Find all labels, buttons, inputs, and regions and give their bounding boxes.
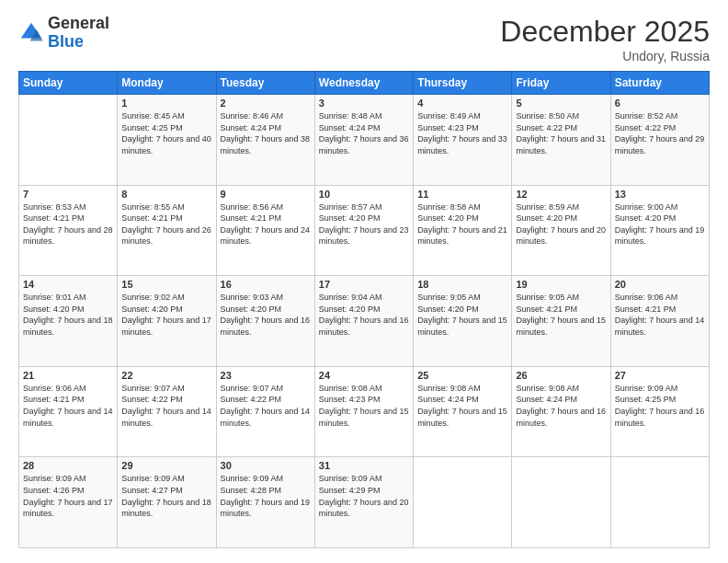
month-title: December 2025 [500,15,710,49]
calendar-cell: 14Sunrise: 9:01 AMSunset: 4:20 PMDayligh… [19,276,118,367]
logo-text: General Blue [48,15,109,52]
calendar-cell: 29Sunrise: 9:09 AMSunset: 4:27 PMDayligh… [118,457,216,548]
calendar-cell: 27Sunrise: 9:09 AMSunset: 4:25 PMDayligh… [610,366,709,457]
header: General Blue December 2025 Undory, Russi… [18,15,710,63]
day-number: 2 [221,98,311,109]
day-number: 27 [615,370,705,381]
calendar-cell: 4Sunrise: 8:49 AMSunset: 4:23 PMDaylight… [414,95,512,186]
cell-info: Sunrise: 9:07 AMSunset: 4:22 PMDaylight:… [121,383,211,429]
cell-info: Sunrise: 9:05 AMSunset: 4:20 PMDaylight:… [417,292,507,338]
cell-info: Sunrise: 9:07 AMSunset: 4:22 PMDaylight:… [221,383,311,429]
col-header-wednesday: Wednesday [314,72,413,95]
calendar-table: SundayMondayTuesdayWednesdayThursdayFrid… [18,71,710,548]
calendar-cell: 2Sunrise: 8:46 AMSunset: 4:24 PMDaylight… [216,95,314,186]
col-header-tuesday: Tuesday [216,72,314,95]
col-header-saturday: Saturday [610,72,709,95]
cell-info: Sunrise: 9:02 AMSunset: 4:20 PMDaylight:… [121,292,211,338]
week-row-4: 28Sunrise: 9:09 AMSunset: 4:26 PMDayligh… [19,457,710,548]
calendar-cell: 24Sunrise: 9:08 AMSunset: 4:23 PMDayligh… [314,366,413,457]
logo-blue: Blue [48,32,84,51]
calendar-cell [512,457,610,548]
calendar-cell: 30Sunrise: 9:09 AMSunset: 4:28 PMDayligh… [216,457,314,548]
cell-info: Sunrise: 9:00 AMSunset: 4:20 PMDaylight:… [615,201,705,247]
col-header-friday: Friday [512,72,610,95]
page: General Blue December 2025 Undory, Russi… [0,0,728,563]
calendar-cell: 12Sunrise: 8:59 AMSunset: 4:20 PMDayligh… [512,185,610,276]
cell-info: Sunrise: 8:48 AMSunset: 4:24 PMDaylight:… [319,110,409,156]
title-block: December 2025 Undory, Russia [500,15,710,63]
calendar-cell: 17Sunrise: 9:04 AMSunset: 4:20 PMDayligh… [314,276,413,367]
day-number: 21 [23,370,113,381]
calendar-cell: 18Sunrise: 9:05 AMSunset: 4:20 PMDayligh… [414,276,512,367]
day-number: 8 [121,189,211,200]
day-number: 9 [221,189,311,200]
calendar-cell: 6Sunrise: 8:52 AMSunset: 4:22 PMDaylight… [610,95,709,186]
cell-info: Sunrise: 9:08 AMSunset: 4:23 PMDaylight:… [319,383,409,429]
col-header-sunday: Sunday [19,72,118,95]
calendar-cell: 31Sunrise: 9:09 AMSunset: 4:29 PMDayligh… [314,457,413,548]
cell-info: Sunrise: 9:04 AMSunset: 4:20 PMDaylight:… [319,292,409,338]
calendar-cell: 8Sunrise: 8:55 AMSunset: 4:21 PMDaylight… [118,185,216,276]
calendar-cell [610,457,709,548]
day-number: 31 [319,460,409,471]
day-number: 5 [516,98,606,109]
cell-info: Sunrise: 9:06 AMSunset: 4:21 PMDaylight:… [23,383,113,429]
cell-info: Sunrise: 9:03 AMSunset: 4:20 PMDaylight:… [221,292,311,338]
day-number: 7 [23,189,113,200]
calendar-cell: 3Sunrise: 8:48 AMSunset: 4:24 PMDaylight… [314,95,413,186]
calendar-cell: 9Sunrise: 8:56 AMSunset: 4:21 PMDaylight… [216,185,314,276]
calendar-cell: 25Sunrise: 9:08 AMSunset: 4:24 PMDayligh… [414,366,512,457]
logo-icon [18,20,44,46]
cell-info: Sunrise: 8:55 AMSunset: 4:21 PMDaylight:… [121,201,211,247]
calendar-cell: 15Sunrise: 9:02 AMSunset: 4:20 PMDayligh… [118,276,216,367]
cell-info: Sunrise: 8:59 AMSunset: 4:20 PMDaylight:… [516,201,606,247]
day-number: 30 [221,460,311,471]
day-number: 20 [615,279,705,290]
day-number: 14 [23,279,113,290]
calendar-cell [19,95,118,186]
calendar-cell: 1Sunrise: 8:45 AMSunset: 4:25 PMDaylight… [118,95,216,186]
day-number: 29 [121,460,211,471]
day-number: 25 [417,370,507,381]
calendar-cell: 20Sunrise: 9:06 AMSunset: 4:21 PMDayligh… [610,276,709,367]
cell-info: Sunrise: 8:53 AMSunset: 4:21 PMDaylight:… [23,201,113,247]
location: Undory, Russia [500,49,710,63]
cell-info: Sunrise: 9:01 AMSunset: 4:20 PMDaylight:… [23,292,113,338]
cell-info: Sunrise: 8:46 AMSunset: 4:24 PMDaylight:… [221,110,311,156]
calendar-cell: 19Sunrise: 9:05 AMSunset: 4:21 PMDayligh… [512,276,610,367]
cell-info: Sunrise: 9:06 AMSunset: 4:21 PMDaylight:… [615,292,705,338]
calendar-cell: 26Sunrise: 9:08 AMSunset: 4:24 PMDayligh… [512,366,610,457]
cell-info: Sunrise: 9:09 AMSunset: 4:26 PMDaylight:… [23,473,113,519]
calendar-cell: 22Sunrise: 9:07 AMSunset: 4:22 PMDayligh… [118,366,216,457]
day-number: 6 [615,98,705,109]
day-number: 4 [417,98,507,109]
col-header-thursday: Thursday [414,72,512,95]
cell-info: Sunrise: 9:05 AMSunset: 4:21 PMDaylight:… [516,292,606,338]
cell-info: Sunrise: 9:08 AMSunset: 4:24 PMDaylight:… [417,383,507,429]
col-header-monday: Monday [118,72,216,95]
cell-info: Sunrise: 9:09 AMSunset: 4:29 PMDaylight:… [319,473,409,519]
week-row-2: 14Sunrise: 9:01 AMSunset: 4:20 PMDayligh… [19,276,710,367]
day-number: 15 [121,279,211,290]
calendar-cell: 16Sunrise: 9:03 AMSunset: 4:20 PMDayligh… [216,276,314,367]
day-number: 19 [516,279,606,290]
day-number: 24 [319,370,409,381]
day-number: 16 [221,279,311,290]
calendar-cell: 28Sunrise: 9:09 AMSunset: 4:26 PMDayligh… [19,457,118,548]
cell-info: Sunrise: 8:50 AMSunset: 4:22 PMDaylight:… [516,110,606,156]
cell-info: Sunrise: 9:09 AMSunset: 4:25 PMDaylight:… [615,383,705,429]
day-number: 28 [23,460,113,471]
cell-info: Sunrise: 8:49 AMSunset: 4:23 PMDaylight:… [417,110,507,156]
day-number: 11 [417,189,507,200]
cell-info: Sunrise: 9:09 AMSunset: 4:28 PMDaylight:… [221,473,311,519]
day-number: 26 [516,370,606,381]
calendar-cell: 5Sunrise: 8:50 AMSunset: 4:22 PMDaylight… [512,95,610,186]
calendar-cell: 11Sunrise: 8:58 AMSunset: 4:20 PMDayligh… [414,185,512,276]
calendar-cell: 21Sunrise: 9:06 AMSunset: 4:21 PMDayligh… [19,366,118,457]
logo-general: General [48,14,109,32]
day-number: 23 [221,370,311,381]
week-row-0: 1Sunrise: 8:45 AMSunset: 4:25 PMDaylight… [19,95,710,186]
week-row-1: 7Sunrise: 8:53 AMSunset: 4:21 PMDaylight… [19,185,710,276]
day-number: 3 [319,98,409,109]
day-number: 22 [121,370,211,381]
